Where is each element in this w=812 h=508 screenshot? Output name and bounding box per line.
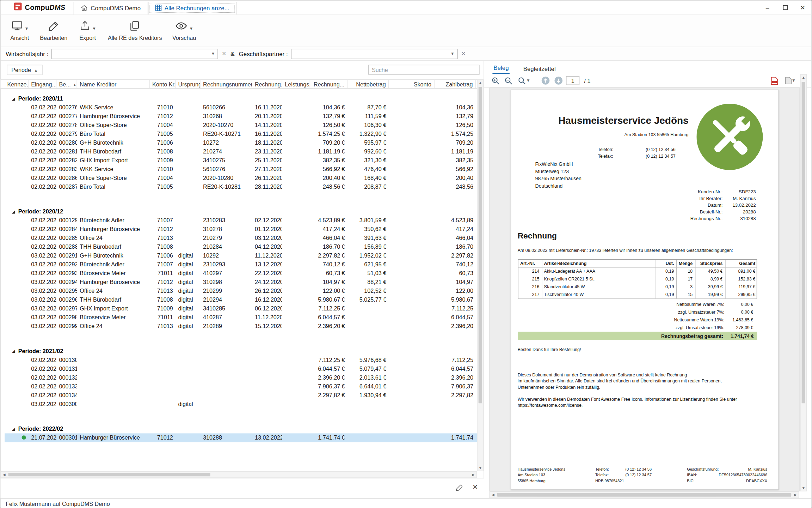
search-input[interactable] — [368, 65, 480, 75]
table-row[interactable]: 02.02.2021000285Office 247101321027903.1… — [5, 234, 477, 243]
group-expand-icon[interactable]: ◢ — [12, 427, 15, 431]
minimize-button[interactable]: – — [759, 0, 776, 14]
ansicht-button[interactable]: ▼ Ansicht — [5, 17, 35, 45]
table-row[interactable]: 02.02.20210001342.297,82 €1.930,94 €2.29… — [5, 391, 477, 400]
column-header[interactable]: Rechnung... — [310, 80, 347, 88]
pdf-export-icon[interactable] — [769, 75, 779, 86]
table-row[interactable]: 02.02.2021000282GHX Import Export7100934… — [5, 156, 477, 165]
close-panel-icon[interactable]: ✕ — [472, 483, 478, 491]
column-header[interactable]: Rechnung... — [252, 80, 282, 88]
table-row[interactable]: 02.02.20210001307.112,25 €5.976,68 €7.11… — [5, 356, 477, 364]
group-expand-icon[interactable]: ◢ — [12, 349, 15, 353]
table-row[interactable]: 03.02.2021000298Büroservice Meier71011di… — [5, 313, 477, 322]
attachment-export-button[interactable]: ▼ — [782, 75, 798, 86]
table-row[interactable]: 03.02.2021000292Bürotechnik Adler71007di… — [5, 260, 477, 269]
table-row[interactable]: 02.02.2021000278Office Super-Store710042… — [5, 121, 477, 129]
scroll-left-icon[interactable]: ◀ — [2, 473, 6, 477]
scroll-right-icon[interactable]: ▶ — [471, 473, 475, 477]
table-row[interactable]: 03.02.2021000296THH Bürobedarf71008digit… — [5, 296, 477, 304]
column-header[interactable]: Ursprung — [176, 80, 201, 88]
scrollbar-thumb[interactable] — [8, 473, 210, 476]
group-header-row[interactable]: ◢Periode: 2020/12 — [5, 207, 477, 216]
edit-pencil-icon[interactable] — [456, 484, 463, 494]
scrollbar-thumb[interactable] — [802, 82, 805, 403]
scroll-left-icon[interactable]: ◀ — [491, 493, 495, 497]
table-row[interactable]: 02.02.2021000277Hamburger Büroservice710… — [5, 112, 477, 121]
scrollbar-thumb[interactable] — [479, 87, 482, 403]
chevron-down-icon[interactable]: ▼ — [792, 78, 796, 83]
table-row[interactable]: 03.02.2021000295Office 2471013digital210… — [5, 287, 477, 296]
group-expand-icon[interactable]: ◢ — [12, 209, 15, 214]
group-expand-icon[interactable]: ◢ — [12, 96, 15, 101]
fiscal-year-combobox[interactable]: ▼ — [51, 48, 218, 59]
group-by-periode-button[interactable]: Periode ▲ — [7, 65, 42, 75]
scroll-right-icon[interactable]: ▶ — [793, 493, 798, 497]
fiscal-year-clear-icon[interactable]: ✕ — [222, 51, 226, 56]
chevron-down-icon[interactable]: ▼ — [189, 26, 193, 31]
table-row[interactable]: 02.02.2021000287Büro Total71005RE20-K-10… — [5, 182, 477, 191]
grid-vertical-scrollbar[interactable]: ▲ ▼ — [477, 79, 484, 471]
export-button[interactable]: ▼ Export — [73, 17, 103, 45]
table-row[interactable]: 03.02.2021000294Hamburger Büroservice710… — [5, 278, 477, 287]
scroll-down-icon[interactable]: ▼ — [478, 466, 483, 470]
column-header[interactable]: Be...▲ — [56, 80, 77, 88]
page-number-input[interactable] — [566, 76, 579, 85]
table-row[interactable]: 02.02.2021000288THH Bürobedarf7100821028… — [5, 243, 477, 252]
previous-document-icon[interactable] — [540, 75, 550, 86]
partner-clear-icon[interactable]: ✕ — [461, 51, 466, 56]
column-header[interactable]: Kennze... — [5, 80, 29, 88]
bearbeiten-button[interactable]: Bearbeiten — [35, 17, 73, 45]
tab-begleitzettel[interactable]: Begleitzettel — [522, 64, 557, 74]
table-row[interactable]: 02.02.2021000129Bürotechnik Adler7100723… — [5, 216, 477, 225]
scroll-up-icon[interactable]: ▲ — [478, 81, 483, 84]
column-header[interactable]: Nettobetrag — [347, 80, 389, 88]
column-header[interactable]: Skonto — [389, 80, 435, 88]
column-header[interactable]: Eingang... — [29, 80, 56, 88]
table-row[interactable]: 03.02.2021000293Büroservice Meier71011di… — [5, 269, 477, 278]
chevron-down-icon[interactable]: ▼ — [450, 51, 455, 56]
preview-vertical-scrollbar[interactable]: ▲ ▼ — [800, 74, 807, 491]
vorschau-button[interactable]: ▼ Vorschau — [167, 17, 201, 45]
next-document-icon[interactable] — [553, 75, 563, 86]
column-header[interactable]: Zahlbetrag — [435, 80, 476, 88]
group-header-row[interactable]: ◢Periode: 2022/02 — [5, 424, 477, 433]
close-button[interactable]: ✕ — [794, 0, 812, 14]
zoom-mode-button[interactable]: ▼ — [516, 75, 532, 86]
table-row[interactable]: 02.02.20210001337.906,37 €6.644,01 €7.90… — [5, 382, 477, 391]
table-row[interactable]: 02.02.2021000284Hamburger Büroservice710… — [5, 225, 477, 234]
preview-horizontal-scrollbar[interactable]: ◀ ▶ — [490, 491, 799, 498]
table-row[interactable]: 03.02.2021000300digital — [5, 400, 477, 409]
table-row[interactable]: 02.02.2021000279Büro Total71005RE20-K-10… — [5, 129, 477, 138]
chevron-down-icon[interactable]: ▼ — [25, 26, 29, 31]
tab-beleg[interactable]: Beleg — [492, 63, 510, 74]
table-row[interactable]: 02.02.2021000281THH Bürobedarf7100821027… — [5, 147, 477, 156]
maximize-button[interactable] — [776, 0, 794, 14]
table-row[interactable]: 02.02.2021000276WKK Service7101056102661… — [5, 103, 477, 112]
table-row[interactable]: 21.07.2022000301Hamburger Büroservice710… — [5, 433, 477, 442]
document-viewport[interactable]: Hausmeisterservice Jedöns Am Stadion 103… — [490, 87, 800, 491]
tab-alle-rechnungen[interactable]: Alle Rechnungen anze... — [148, 2, 237, 14]
scroll-up-icon[interactable]: ▲ — [801, 76, 806, 79]
table-row[interactable]: 02.02.20210001322.396,20 €2.013,61 €2.39… — [5, 373, 477, 382]
column-header[interactable]: Name Kreditor — [77, 80, 150, 88]
grid-horizontal-scrollbar[interactable]: ◀ ▶ — [0, 471, 477, 478]
chevron-down-icon[interactable]: ▼ — [211, 51, 215, 56]
table-row[interactable]: 03.02.2021000291G+H Bürotechnik71006digi… — [5, 252, 477, 260]
chevron-down-icon[interactable]: ▼ — [526, 78, 530, 83]
group-header-row[interactable]: ◢Periode: 2021/02 — [5, 346, 477, 356]
scroll-down-icon[interactable]: ▼ — [801, 486, 806, 490]
table-row[interactable]: 02.02.2021000286Office Super-Store710042… — [5, 174, 477, 182]
table-row[interactable]: 03.02.2021000299Office 2471013digital210… — [5, 322, 477, 331]
zoom-out-icon[interactable] — [503, 75, 513, 86]
column-header[interactable]: Konto Kr... — [150, 80, 176, 88]
table-row[interactable]: 02.02.2021000280G+H Bürotechnik710061027… — [5, 138, 477, 147]
table-row[interactable]: 02.02.20210001316.044,57 €5.079,47 €6.04… — [5, 364, 477, 373]
alle-re-des-kreditors-button[interactable]: Alle RE des Kreditors — [103, 17, 167, 45]
scrollbar-thumb[interactable] — [497, 493, 792, 496]
chevron-down-icon[interactable]: ▼ — [92, 26, 96, 31]
group-header-row[interactable]: ◢Periode: 2020/11 — [5, 94, 477, 103]
partner-combobox[interactable]: ▼ — [291, 48, 457, 59]
zoom-in-icon[interactable] — [491, 75, 501, 86]
column-header[interactable]: Rechnungsnummer... — [201, 80, 252, 88]
column-header[interactable]: Leistungs... — [282, 80, 310, 88]
